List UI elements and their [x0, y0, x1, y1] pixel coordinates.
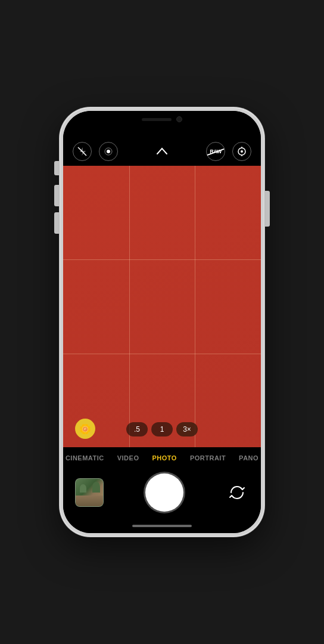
flip-camera-button[interactable] [225, 481, 249, 504]
camera-bottom-controls [63, 467, 261, 521]
shutter-button[interactable] [145, 473, 183, 512]
live-photo-button[interactable] [99, 142, 118, 161]
svg-point-1 [107, 150, 110, 153]
volume-down-button[interactable] [54, 212, 59, 234]
zoom-1x-button[interactable]: 1 [151, 422, 173, 436]
volume-up-button[interactable] [54, 185, 59, 206]
mode-portrait[interactable]: PORTRAIT [188, 453, 228, 463]
gallery-thumbnail-button[interactable] [75, 478, 104, 507]
power-button[interactable] [265, 191, 270, 227]
camera-mode-selector: CINEMATIC VIDEO PHOTO PORTRAIT PANO [63, 447, 261, 467]
home-indicator-area [63, 521, 261, 533]
top-left-controls [73, 142, 118, 161]
home-bar[interactable] [132, 525, 192, 527]
speaker [142, 118, 172, 121]
front-camera [176, 116, 182, 122]
camera-preview: 🌼 .5 1 3× [63, 166, 261, 447]
shutter-inner-circle [148, 476, 181, 509]
notch [126, 111, 198, 128]
mode-cinematic[interactable]: CINEMATIC [63, 453, 107, 463]
flash-toggle-button[interactable] [73, 142, 92, 161]
top-right-controls: RAW [206, 142, 251, 161]
phone-screen: RAW [63, 111, 261, 533]
zoom-control-group: .5 1 3× [126, 422, 198, 436]
camera-top-bar: RAW [63, 137, 261, 166]
grid-overlay [63, 166, 261, 447]
camera-viewfinder[interactable]: 🌼 .5 1 3× [63, 166, 261, 447]
macro-icon-glyph: 🌼 [79, 423, 91, 435]
status-bar [63, 111, 261, 137]
macro-mode-indicator[interactable]: 🌼 [75, 419, 95, 439]
zoom-0.5x-button[interactable]: .5 [126, 422, 148, 436]
gallery-thumbnail-image [76, 479, 103, 506]
phone-frame: RAW [60, 107, 264, 537]
camera-settings-button[interactable] [232, 142, 251, 161]
zoom-3x-button[interactable]: 3× [176, 422, 198, 436]
camera-options-chevron[interactable] [156, 146, 168, 157]
mode-video[interactable]: VIDEO [115, 453, 142, 463]
raw-toggle-button[interactable]: RAW [206, 142, 225, 161]
mode-photo[interactable]: PHOTO [149, 453, 179, 463]
svg-point-4 [241, 150, 243, 153]
silent-switch[interactable] [54, 161, 59, 175]
mode-pano[interactable]: PANO [236, 453, 261, 463]
